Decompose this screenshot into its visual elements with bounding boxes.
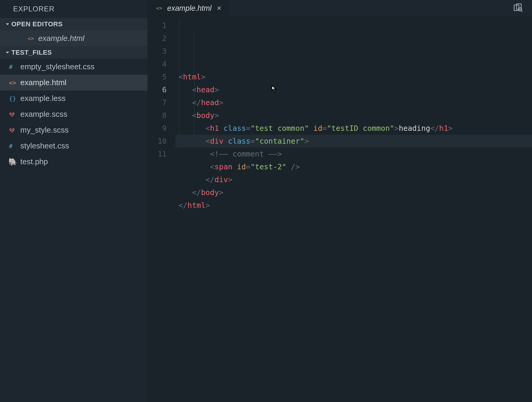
- code-line[interactable]: </html>: [176, 199, 532, 212]
- tab-label: example.html: [167, 4, 212, 13]
- php-icon: 🐘: [9, 158, 17, 166]
- code-line[interactable]: <body>: [176, 109, 532, 122]
- explorer-sidebar: EXPLORER OPEN EDITORS <> example.html TE…: [0, 0, 147, 402]
- file-item-example-less[interactable]: {}example.less: [0, 90, 147, 106]
- open-editor-item[interactable]: <> example.html: [0, 30, 147, 46]
- svg-text:<>: <>: [27, 35, 34, 42]
- tab-bar: <> example.html ×: [147, 0, 532, 16]
- folder-header[interactable]: TEST_FILES: [0, 46, 147, 59]
- css-icon: #: [9, 142, 17, 150]
- file-item-example-html[interactable]: <>example.html: [0, 75, 147, 90]
- file-name: example.less: [20, 94, 66, 103]
- line-number: 8: [147, 109, 176, 122]
- open-editors-header[interactable]: OPEN EDITORS: [0, 18, 147, 30]
- file-item-my-style-scss[interactable]: my_style.scss: [0, 122, 147, 138]
- code-line[interactable]: </div>: [176, 173, 532, 186]
- code-line[interactable]: <h1 class="test common" id="testID commo…: [176, 122, 532, 135]
- file-item-stylesheet-css[interactable]: #stylesheet.css: [0, 138, 147, 154]
- line-number: 9: [147, 122, 176, 135]
- svg-text:{}: {}: [9, 95, 16, 102]
- code-line[interactable]: <span id="test-2" />: [176, 160, 532, 173]
- line-number: 1: [147, 19, 176, 32]
- less-icon: {}: [9, 95, 17, 102]
- svg-text:#: #: [9, 63, 13, 70]
- folder-label: TEST_FILES: [11, 49, 52, 56]
- html-icon: <>: [9, 79, 17, 87]
- code-area[interactable]: 1234567891011 <html> <head> </head> <bod…: [147, 16, 532, 402]
- code-line[interactable]: <!—— comment ——>: [176, 148, 532, 160]
- html-icon: <>: [155, 4, 163, 12]
- file-name: empty_stylesheet.css: [20, 62, 95, 71]
- svg-text:#: #: [9, 142, 13, 150]
- open-editor-filename: example.html: [38, 34, 84, 43]
- open-editors-label: OPEN EDITORS: [11, 20, 63, 28]
- file-name: test.php: [20, 157, 48, 166]
- tab-example-html[interactable]: <> example.html ×: [147, 0, 229, 16]
- scss-icon: [9, 126, 17, 134]
- code-line[interactable]: <div class="container">: [176, 135, 532, 148]
- line-number: 11: [147, 148, 176, 160]
- code-line[interactable]: </head>: [176, 96, 532, 109]
- chevron-down-icon: [5, 50, 10, 55]
- file-name: my_style.scss: [20, 125, 69, 135]
- scss-icon: [9, 111, 17, 118]
- line-number: 2: [147, 32, 176, 45]
- line-number: 4: [147, 58, 176, 70]
- chevron-down-icon: [5, 22, 10, 26]
- css-icon: #: [9, 63, 17, 71]
- html-icon: <>: [27, 35, 35, 42]
- file-name: stylesheet.css: [20, 141, 69, 151]
- code-line[interactable]: <head>: [176, 83, 532, 96]
- line-number: 3: [147, 45, 176, 58]
- svg-text:<>: <>: [9, 79, 16, 86]
- line-number: 5: [147, 70, 176, 83]
- code-line[interactable]: </body>: [176, 186, 532, 199]
- editor-pane: <> example.html × 1234567891011 <html> <…: [147, 0, 532, 402]
- svg-text:<>: <>: [156, 5, 162, 11]
- line-number: 6: [147, 83, 176, 96]
- file-name: example.scss: [20, 110, 67, 119]
- explorer-title: EXPLORER: [0, 0, 147, 18]
- file-item-example-scss[interactable]: example.scss: [0, 106, 147, 122]
- line-number: 10: [147, 135, 176, 148]
- file-name: example.html: [20, 78, 67, 87]
- code-content[interactable]: <html> <head> </head> <body> <h1 class="…: [176, 16, 532, 402]
- code-line[interactable]: <html>: [176, 70, 532, 83]
- file-item-test-php[interactable]: 🐘test.php: [0, 154, 147, 170]
- file-item-empty-stylesheet-css[interactable]: #empty_stylesheet.css: [0, 59, 147, 75]
- line-number-gutter: 1234567891011: [147, 16, 176, 402]
- close-icon[interactable]: ×: [216, 4, 223, 13]
- line-number: 7: [147, 96, 176, 109]
- open-changes-icon[interactable]: [513, 3, 522, 13]
